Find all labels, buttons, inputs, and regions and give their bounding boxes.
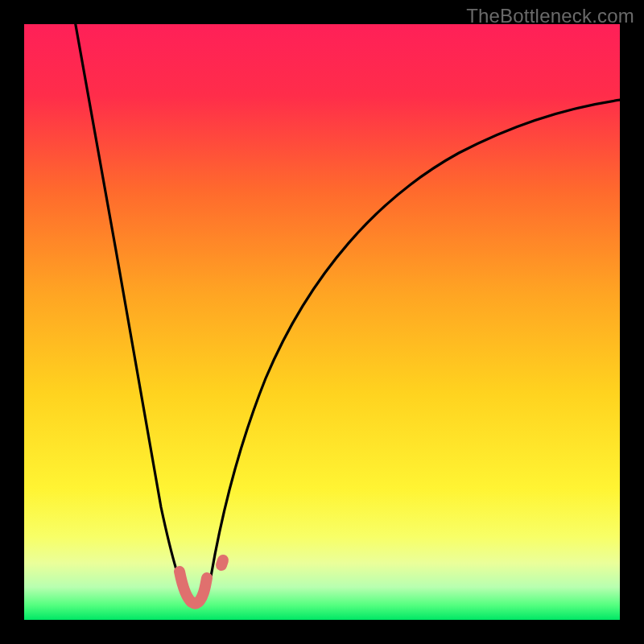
series-left-marker-cluster <box>180 572 207 604</box>
series-left-curve <box>74 24 211 605</box>
series-right-curve <box>211 99 620 576</box>
curves-layer <box>24 24 620 620</box>
series-right-marker-dot <box>221 560 223 565</box>
watermark-text: TheBottleneck.com <box>466 5 634 27</box>
plot-area <box>24 24 620 620</box>
chart-frame: TheBottleneck.com <box>0 0 644 644</box>
